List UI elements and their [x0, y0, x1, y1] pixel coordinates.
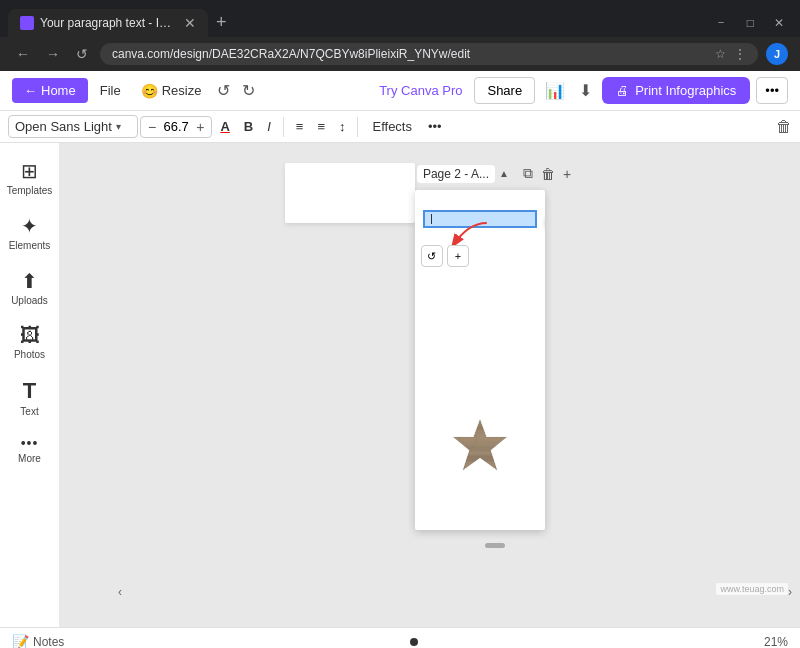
- decrease-size-button[interactable]: −: [145, 119, 159, 135]
- text-color-button[interactable]: A: [214, 115, 235, 138]
- duplicate-page-button[interactable]: ⧉: [521, 163, 535, 184]
- font-selector[interactable]: Open Sans Light ▾: [8, 115, 138, 138]
- font-chevron-icon: ▾: [116, 121, 121, 132]
- page-wrapper: Page 2 - A... ▲ ⧉ 🗑 +: [415, 163, 575, 530]
- scroll-right-arrow[interactable]: ›: [788, 585, 792, 599]
- window-controls: － □ ✕: [707, 10, 792, 35]
- stats-button[interactable]: 📊: [541, 77, 569, 104]
- bottom-bar: 📝 Notes 21%: [0, 627, 800, 648]
- profile-avatar[interactable]: J: [766, 43, 788, 65]
- new-tab-button[interactable]: +: [208, 8, 235, 37]
- sidebar-elements-label: Elements: [9, 240, 51, 251]
- sidebar-more-label: More: [18, 453, 41, 464]
- templates-icon: ⊞: [21, 159, 38, 183]
- main-area: ⊞ Templates ✦ Elements ⬆ Uploads 🖼 Photo…: [0, 143, 800, 627]
- tab-close-btn[interactable]: ✕: [184, 15, 196, 31]
- sidebar-item-elements[interactable]: ✦ Elements: [4, 206, 56, 259]
- share-button[interactable]: Share: [474, 77, 535, 104]
- sidebar-uploads-label: Uploads: [11, 295, 48, 306]
- sidebar-item-more[interactable]: ••• More: [4, 427, 56, 472]
- sidebar-item-uploads[interactable]: ⬆ Uploads: [4, 261, 56, 314]
- svg-marker-11: [453, 419, 507, 471]
- canvas-area[interactable]: Page 2 - A... ▲ ⧉ 🗑 +: [60, 143, 800, 627]
- forward-button[interactable]: →: [42, 44, 64, 64]
- page-float-actions: ↺ +: [421, 245, 469, 267]
- page-expand-icon[interactable]: ▲: [499, 168, 509, 179]
- text-cursor: [431, 214, 432, 224]
- sidebar-item-templates[interactable]: ⊞ Templates: [4, 151, 56, 204]
- extension-icon[interactable]: ⋮: [734, 47, 746, 61]
- refresh-button[interactable]: ↺: [72, 44, 92, 64]
- home-arrow-icon: ←: [24, 83, 37, 98]
- page-action-buttons: ⧉ 🗑 +: [521, 163, 573, 184]
- close-button[interactable]: ✕: [766, 12, 792, 34]
- maximize-button[interactable]: □: [739, 12, 762, 34]
- tab-title: Your paragraph text - Infograph...: [40, 16, 174, 30]
- font-size-control: − 66.7 +: [140, 116, 212, 138]
- format-divider-2: [357, 117, 358, 137]
- bold-button[interactable]: B: [238, 115, 259, 138]
- sidebar-templates-label: Templates: [7, 185, 53, 196]
- delete-page-button[interactable]: 🗑: [539, 163, 557, 184]
- try-canva-pro-button[interactable]: Try Canva Pro: [379, 83, 462, 98]
- active-tab[interactable]: Your paragraph text - Infograph... ✕: [8, 9, 208, 37]
- url-text: canva.com/design/DAE32CRaX2A/N7QCBYw8iPl…: [112, 47, 470, 61]
- browser-chrome: Your paragraph text - Infograph... ✕ + －…: [0, 0, 800, 71]
- watermark: www.teuag.com: [716, 583, 788, 595]
- font-name: Open Sans Light: [15, 119, 112, 134]
- text-element[interactable]: [423, 210, 537, 228]
- more-options-button[interactable]: •••: [756, 77, 788, 104]
- sidebar-text-label: Text: [20, 406, 38, 417]
- download-button[interactable]: ⬇: [575, 77, 596, 104]
- star-image-element[interactable]: [450, 416, 510, 480]
- format-toolbar: Open Sans Light ▾ − 66.7 + A B I ≡ ≡ ↕ E…: [0, 111, 800, 143]
- rotate-btn[interactable]: ↺: [421, 245, 443, 267]
- print-icon: 🖨: [616, 83, 629, 98]
- redo-button[interactable]: ↻: [238, 77, 259, 104]
- print-label: Print Infographics: [635, 83, 736, 98]
- address-bar: ← → ↺ canva.com/design/DAE32CRaX2A/N7QCB…: [0, 37, 800, 71]
- print-button[interactable]: 🖨 Print Infographics: [602, 77, 750, 104]
- zoom-level: 21%: [764, 635, 788, 649]
- bookmark-icon[interactable]: ☆: [715, 47, 726, 61]
- photos-icon: 🖼: [20, 324, 40, 347]
- home-button[interactable]: ← Home: [12, 78, 88, 103]
- spacing-button[interactable]: ↕: [333, 115, 352, 138]
- undo-button[interactable]: ↺: [213, 77, 234, 104]
- sidebar: ⊞ Templates ✦ Elements ⬆ Uploads 🖼 Photo…: [0, 143, 60, 627]
- page-dot-indicator: [410, 638, 418, 646]
- effects-button[interactable]: Effects: [364, 115, 420, 138]
- back-button[interactable]: ←: [12, 44, 34, 64]
- tab-favicon: [20, 16, 34, 30]
- list-button[interactable]: ≡: [311, 115, 331, 138]
- file-button[interactable]: File: [92, 78, 129, 103]
- canvas-page[interactable]: ↻ ↺ +: [415, 190, 545, 530]
- align-button[interactable]: ≡: [290, 115, 310, 138]
- notes-label[interactable]: Notes: [33, 635, 64, 649]
- sidebar-item-photos[interactable]: 🖼 Photos: [4, 316, 56, 368]
- canva-app: ← Home File 😊 Resize ↺ ↻ Try Canva Pro S…: [0, 71, 800, 648]
- more-format-button[interactable]: •••: [422, 115, 448, 138]
- italic-button[interactable]: I: [261, 115, 277, 138]
- sidebar-item-text[interactable]: T Text: [4, 370, 56, 425]
- scroll-indicator: [485, 543, 505, 548]
- resize-button[interactable]: 😊 Resize: [133, 78, 210, 104]
- url-bar[interactable]: canva.com/design/DAE32CRaX2A/N7QCBYw8iPl…: [100, 43, 758, 65]
- font-size-value: 66.7: [161, 119, 191, 134]
- delete-element-button[interactable]: 🗑: [776, 118, 792, 136]
- bottom-center: [64, 638, 764, 646]
- text-element-inner: [423, 210, 537, 228]
- url-icons: ☆ ⋮: [715, 47, 746, 61]
- add-page-button[interactable]: +: [561, 163, 573, 184]
- increase-size-button[interactable]: +: [193, 119, 207, 135]
- prev-page-partial: [285, 163, 415, 223]
- star-shape: [450, 416, 510, 476]
- more-icon: •••: [21, 435, 39, 451]
- scroll-left-arrow[interactable]: ‹: [118, 585, 122, 599]
- add-btn[interactable]: +: [447, 245, 469, 267]
- text-color-icon: A: [220, 119, 229, 134]
- format-divider: [283, 117, 284, 137]
- minimize-button[interactable]: －: [707, 10, 735, 35]
- elements-icon: ✦: [21, 214, 38, 238]
- toolbar-right: Share 📊 ⬇ 🖨 Print Infographics •••: [474, 77, 788, 104]
